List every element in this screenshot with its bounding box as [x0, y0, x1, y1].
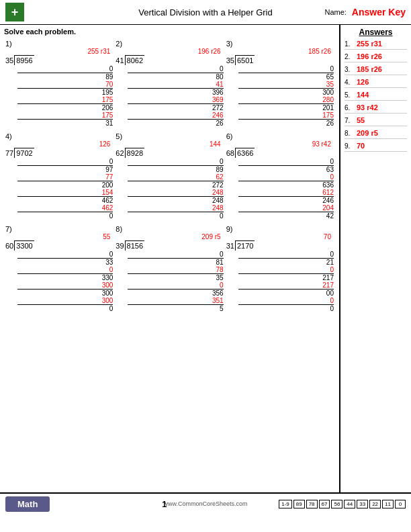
- range-67: 67: [319, 500, 330, 508]
- answer-8-val: 209 r5: [357, 129, 378, 137]
- prob-7-quotient: 55: [13, 233, 110, 240]
- math-badge: Math: [5, 496, 50, 512]
- prob-4-divisor: 77: [5, 148, 14, 158]
- problem-3: 3) 185 r26 35 6501 0 65 35 300 280 201 1…: [225, 38, 335, 128]
- prob-7-divline: 60 3300: [5, 240, 113, 251]
- prob-6-quotient: 93 r42: [234, 140, 331, 148]
- page-header: + Vertical Division with a Helper Grid N…: [0, 0, 411, 25]
- answer-item-7: 7. 55: [345, 116, 407, 126]
- main-content: Solve each problem. 1) 255 r31 35 8956 0…: [0, 25, 411, 492]
- prob-9-divisor: 31: [226, 240, 235, 251]
- problem-5: 5) 144 62 8928 0 89 62 272 248 248 248 0: [114, 131, 224, 221]
- answer-8-num: 8.: [345, 130, 354, 137]
- answer-3-num: 3.: [345, 66, 354, 73]
- prob-2-divline: 41 8062: [116, 55, 223, 65]
- answer-4-num: 4.: [345, 79, 354, 86]
- prob-5-divisor: 62: [116, 148, 124, 158]
- logo: +: [5, 3, 24, 21]
- prob-5-work: 0 89 62 272 248 248 248 0: [128, 158, 223, 220]
- answer-9-val: 70: [357, 142, 365, 150]
- answer-1-val: 255 r31: [357, 40, 382, 48]
- answer-6-num: 6.: [345, 104, 354, 112]
- prob-2-dividend: 8062: [125, 55, 144, 65]
- answer-2-num: 2.: [345, 53, 354, 60]
- answer-4-val: 126: [357, 78, 369, 86]
- prob-8-divline: 39 8156: [116, 240, 223, 251]
- footer-url: www.CommonCoreSheets.com: [163, 500, 247, 507]
- prob-3-quotient: 185 r26: [234, 48, 331, 55]
- prob-1-quotient: 255 r31: [13, 48, 110, 55]
- answer-7-num: 7.: [345, 117, 354, 124]
- problems-row-1: 1) 255 r31 35 8956 0 89 70 195 175 206 1…: [4, 38, 335, 128]
- answer-item-5: 5. 144: [345, 91, 407, 101]
- problems-row-2: 4) 126 77 9702 0 97 77 200 154 462 462 0: [4, 131, 335, 221]
- answer-item-4: 4. 126: [345, 78, 407, 88]
- prob-1-divline: 35 8956: [5, 55, 113, 65]
- answers-title: Answers: [345, 28, 407, 37]
- problems-area: Solve each problem. 1) 255 r31 35 8956 0…: [0, 25, 340, 492]
- range-56: 56: [331, 500, 342, 508]
- prob-8-work: 0 81 78 35 0 356 351 5: [128, 251, 223, 312]
- answer-1-num: 1.: [345, 40, 354, 48]
- prob-2-divisor: 41: [116, 55, 124, 65]
- prob-4-dividend: 9702: [14, 148, 34, 158]
- prob-9-divline: 31 2170: [226, 240, 334, 251]
- prob-8-quotient: 209 r5: [124, 233, 220, 240]
- prob-5-dividend: 8928: [125, 148, 144, 158]
- answers-panel: Answers 1. 255 r31 2. 196 r26 3. 185 r26…: [340, 25, 411, 492]
- answer-7-val: 55: [357, 116, 365, 124]
- answer-2-val: 196 r26: [357, 52, 382, 60]
- prob-6-num: 6): [226, 132, 233, 140]
- answer-item-2: 2. 196 r26: [345, 52, 407, 62]
- prob-4-num: 4): [5, 132, 12, 140]
- prob-3-dividend: 6501: [235, 55, 255, 65]
- range-33: 33: [357, 500, 368, 508]
- prob-1-dividend: 8956: [14, 55, 34, 65]
- problem-9: 9) 70 31 2170 0 21 0 217 217 00 0 0: [225, 224, 335, 314]
- answer-item-6: 6. 93 r42: [345, 103, 407, 114]
- prob-9-work: 0 21 0 217 217 00 0 0: [238, 251, 334, 312]
- prob-3-num: 3): [226, 40, 233, 48]
- header-right: Name: Answer Key: [324, 7, 406, 17]
- prob-7-num: 7): [5, 225, 12, 233]
- problem-1: 1) 255 r31 35 8956 0 89 70 195 175 206 1…: [4, 38, 114, 128]
- prob-2-num: 2): [116, 40, 122, 48]
- answers-list: 1. 255 r31 2. 196 r26 3. 185 r26 4. 126 …: [345, 40, 407, 152]
- prob-6-work: 0 63 0 636 612 246 204 42: [238, 158, 334, 220]
- page-title: Vertical Division with a Helper Grid: [138, 7, 272, 17]
- prob-4-divline: 77 9702: [5, 148, 113, 158]
- answer-item-9: 9. 70: [345, 142, 407, 152]
- answer-3-val: 185 r26: [357, 65, 382, 73]
- prob-6-dividend: 6366: [235, 148, 255, 158]
- name-label: Name:: [324, 8, 346, 16]
- problems-row-3: 7) 55 60 3300 0 33 0 330 300 300 300 0: [4, 224, 335, 314]
- prob-1-divisor: 35: [5, 55, 14, 65]
- prob-4-quotient: 126: [13, 140, 110, 148]
- range-22: 22: [369, 500, 381, 508]
- answer-6-val: 93 r42: [357, 103, 378, 112]
- range-44: 44: [344, 500, 355, 508]
- prob-3-work: 0 65 35 300 280 201 175 26: [238, 65, 334, 127]
- instruction: Solve each problem.: [4, 28, 335, 36]
- prob-9-quotient: 70: [234, 233, 331, 240]
- problem-4: 4) 126 77 9702 0 97 77 200 154 462 462 0: [4, 131, 114, 221]
- prob-8-num: 8): [116, 225, 122, 233]
- prob-4-work: 0 97 77 200 154 462 462 0: [17, 158, 113, 220]
- range-1-9: 1-9: [279, 500, 292, 508]
- footer-range-boxes: 1-9 89 78 67 56 44 33 22 11 0: [279, 500, 406, 508]
- prob-2-work: 0 80 41 396 369 272 246 26: [128, 65, 223, 127]
- range-89: 89: [293, 500, 305, 508]
- prob-3-divline: 35 6501: [226, 55, 334, 65]
- answer-item-8: 8. 209 r5: [345, 129, 407, 139]
- prob-3-divisor: 35: [226, 55, 235, 65]
- prob-7-work: 0 33 0 330 300 300 300 0: [17, 251, 113, 312]
- problem-8: 8) 209 r5 39 8156 0 81 78 35 0 356 351 5: [114, 224, 224, 314]
- prob-6-divisor: 68: [226, 148, 235, 158]
- answer-5-val: 144: [357, 91, 369, 99]
- answer-item-1: 1. 255 r31: [345, 40, 407, 50]
- range-0: 0: [395, 500, 406, 508]
- prob-8-dividend: 8156: [125, 240, 144, 251]
- answer-9-num: 9.: [345, 142, 354, 150]
- range-78: 78: [306, 500, 318, 508]
- prob-7-divisor: 60: [5, 240, 14, 251]
